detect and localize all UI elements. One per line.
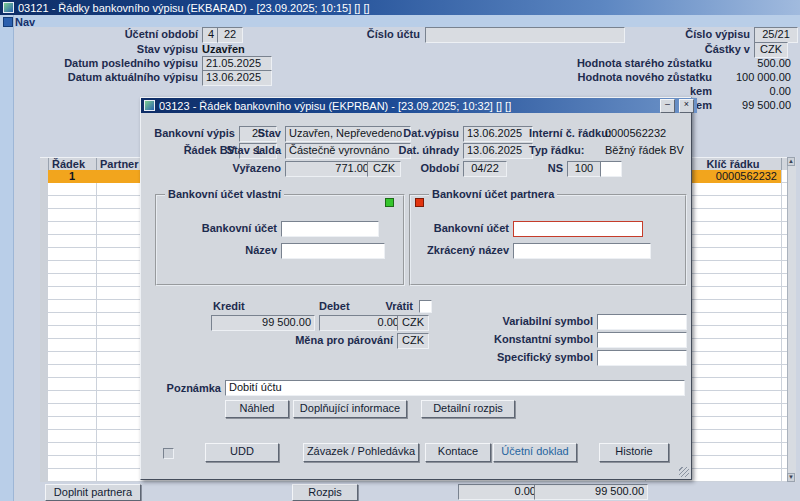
bankovni-vypis-label: Bankovní výpis xyxy=(147,127,235,140)
debet-label: Debet xyxy=(319,300,350,313)
kontace-button[interactable]: Kontace xyxy=(425,443,491,462)
vyrazeno-mena-field[interactable]: CZK xyxy=(367,161,401,177)
cislo-uctu-field[interactable] xyxy=(425,27,625,43)
interni-cislo-label: Interní č. řádku: xyxy=(529,127,612,140)
stav-salda-field[interactable]: Částečně vyrovnáno xyxy=(285,143,411,159)
zavazek-pohledavka-button[interactable]: Závazek / Pohledávka xyxy=(303,443,419,462)
stav-field[interactable]: Uzavřen, Nepřevedeno xyxy=(285,126,411,142)
ns-label: NS xyxy=(533,162,563,175)
cislo-vypisu-field[interactable]: 25/21 xyxy=(754,27,798,43)
bottom-checkbox[interactable] xyxy=(163,448,174,459)
stav-vypisu-label: Stav výpisu xyxy=(58,43,198,56)
table-header-partner: Partner xyxy=(100,158,139,170)
mena-parovani-field[interactable]: CZK xyxy=(397,333,429,349)
radek-bv-label: Řádek BV xyxy=(147,144,235,157)
partner-zkraceny-nazev-label: Zkrácený název xyxy=(401,244,509,257)
hodnota-stareho-label: Hodnota starého zůstatku xyxy=(560,57,712,70)
kredit-field[interactable]: 99 500.00 xyxy=(211,315,315,331)
detailni-rozpis-button[interactable]: Detailní rozpis xyxy=(421,400,515,418)
nav-sidebar[interactable] xyxy=(0,15,14,501)
nav-label[interactable]: Nav xyxy=(15,16,35,28)
datum-posledniho-label: Datum posledního výpisu xyxy=(58,57,198,70)
doplnujici-informace-button[interactable]: Doplňující informace xyxy=(293,400,407,418)
konstantni-symbol-label: Konstantní symbol xyxy=(487,333,593,346)
cell-radek: 1 xyxy=(48,170,96,183)
stav-vypisu-value: Uzavřen xyxy=(202,43,245,56)
suma-celkem-field: 99 500.00 xyxy=(534,484,648,500)
castky-v-field[interactable]: CZK xyxy=(754,42,788,58)
cislo-vypisu-label: Číslo výpisu xyxy=(656,28,750,41)
variabilni-symbol-label: Variabilní symbol xyxy=(487,315,593,328)
ucetni-doklad-button[interactable]: Účetní doklad xyxy=(493,443,577,462)
dialog-window-icon xyxy=(144,100,155,111)
dat-uhrady-label: Dat. úhrady xyxy=(395,144,459,157)
toolbar-strip xyxy=(0,15,800,27)
dialog-title: 03123 - Řádek bankovního výpisu (EKPRBAN… xyxy=(159,100,511,112)
konstantni-symbol-field[interactable] xyxy=(597,332,687,348)
window-restore-icon[interactable]: – xyxy=(660,99,675,113)
scroll-down-icon[interactable]: ▼ xyxy=(787,473,795,482)
variabilni-symbol-field[interactable] xyxy=(597,314,687,330)
main-window-title: 03121 - Řádky bankovního výpisu (EKBARAD… xyxy=(18,2,370,14)
grid-column-line xyxy=(96,170,97,482)
historie-button[interactable]: Historie xyxy=(599,443,669,462)
hodnota-noveho-value: 100 000.00 xyxy=(691,71,791,84)
celkem1-value: 0.00 xyxy=(691,85,791,98)
hodnota-stareho-value: 500.00 xyxy=(691,57,791,70)
partner-bankovni-ucet-label: Bankovní účet xyxy=(401,222,509,235)
dat-vypisu-field[interactable]: 13.06.2025 xyxy=(463,126,533,142)
ns-field[interactable]: 100 xyxy=(567,161,601,177)
nav-icon xyxy=(3,17,13,27)
ns-extra-field[interactable] xyxy=(600,161,622,177)
typ-radku-value: Běžný řádek BV xyxy=(605,144,684,157)
dialog-radek-bankovniho-vypisu: 03123 - Řádek bankovního výpisu (EKPRBAN… xyxy=(140,97,692,480)
window-close-icon[interactable]: × xyxy=(679,99,694,113)
vyrazeno-field[interactable]: 771.00 xyxy=(285,161,373,177)
dat-uhrady-field[interactable]: 13.06.2025 xyxy=(463,143,533,159)
dialog-titlebar[interactable]: 03123 - Řádek bankovního výpisu (EKPRBAN… xyxy=(141,98,697,113)
own-bankovni-ucet-field[interactable] xyxy=(281,221,379,237)
obdobi-field[interactable]: 04/22 xyxy=(463,161,507,177)
window-icon xyxy=(3,2,14,13)
table-scrollbar[interactable] xyxy=(787,157,796,482)
doplnit-partnera-button[interactable]: Doplnit partnera xyxy=(45,484,141,501)
vyrazeno-label: Vyřazeno xyxy=(195,162,281,175)
poznamka-label: Poznámka xyxy=(159,382,221,395)
main-window-titlebar: 03121 - Řádky bankovního výpisu (EKBARAD… xyxy=(0,0,800,15)
partner-bankovni-ucet-field[interactable] xyxy=(513,221,643,237)
udd-button[interactable]: UDD xyxy=(205,443,279,462)
kredit-label: Kredit xyxy=(213,300,245,313)
castky-v-label: Částky v xyxy=(656,43,750,56)
obdobi-label: Období xyxy=(411,162,459,175)
suma-vyrovnano-field: 0.00 xyxy=(458,484,540,500)
scroll-up-icon[interactable]: ▲ xyxy=(787,157,795,166)
hodnota-noveho-label: Hodnota nového zůstatku xyxy=(560,71,712,84)
vratit-label: Vrátit xyxy=(371,300,413,313)
stav-salda-label: Stav salda xyxy=(225,144,281,157)
stav-label: Stav xyxy=(245,127,281,140)
resize-grip[interactable] xyxy=(679,467,689,477)
partner-zkraceny-nazev-field[interactable] xyxy=(513,243,651,259)
partner-account-status-icon xyxy=(415,198,424,207)
mena-parovani-label: Měna pro párování xyxy=(281,334,393,347)
ucetni-obdobi-label: Účetní období xyxy=(58,28,198,41)
debet-field[interactable]: 0.00 xyxy=(319,315,403,331)
cislo-uctu-label: Číslo účtu xyxy=(336,28,420,41)
ucetni-obdobi-rok-field[interactable]: 22 xyxy=(217,27,243,43)
specificky-symbol-label: Specifický symbol xyxy=(487,351,593,364)
poznamka-field[interactable]: Dobití účtu xyxy=(225,380,685,396)
nahled-button[interactable]: Náhled xyxy=(225,400,289,418)
dat-vypisu-label: Dat.výpisu xyxy=(395,127,459,140)
rozpis-button[interactable]: Rozpis xyxy=(292,484,358,501)
celkem2-value: 99 500.00 xyxy=(691,99,791,112)
datum-aktualniho-field[interactable]: 13.06.2025 xyxy=(202,70,272,86)
own-nazev-field[interactable] xyxy=(281,243,385,259)
vratit-checkbox[interactable] xyxy=(419,300,432,313)
interni-cislo-value: 0000562232 xyxy=(605,127,666,140)
application-window: 03121 - Řádky bankovního výpisu (EKBARAD… xyxy=(0,0,800,501)
specificky-symbol-field[interactable] xyxy=(597,350,687,366)
group-bankovni-ucet-partnera: Bankovní účet partnera xyxy=(409,194,687,286)
group-bankovni-ucet-vlastni: Bankovní účet vlastní xyxy=(155,194,405,286)
grid-column-line xyxy=(781,170,782,482)
mena-field[interactable]: CZK xyxy=(397,315,429,331)
